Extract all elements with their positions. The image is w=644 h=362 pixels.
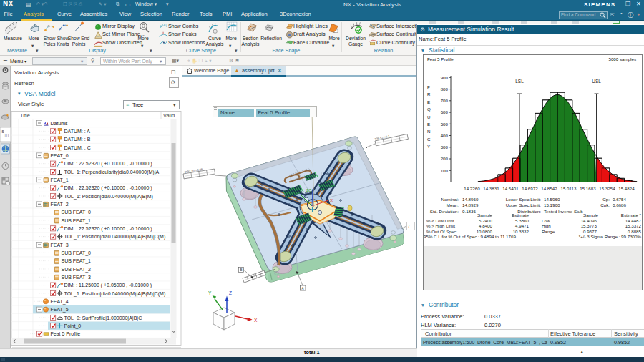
svg-text:400: 400 [441,133,449,138]
svg-text:FEAT_2: FEAT_2 [51,202,69,207]
svg-text:TOL_1: Position|dia0.040000(M): TOL_1: Position|dia0.040000(M)|A|B(M) [64,194,153,200]
svg-text:14.4096: 14.4096 [581,218,597,223]
svg-text:Cpk:: Cpk: [600,202,610,207]
svg-text:4.9471: 4.9471 [515,223,529,228]
svg-text:SUB FEAT_0: SUB FEAT_0 [62,210,92,215]
svg-text:15.3372: 15.3372 [625,223,642,228]
svg-text:14.2260: 14.2260 [464,186,480,191]
svg-text:15.4824: 15.4824 [618,186,635,191]
svg-text:DIM: : 11.25000 ( +0.05000 , -: DIM: : 11.25000 ( +0.05000 , -0.01000 ) [64,283,152,288]
svg-text:Lower Spec Limit:: Lower Spec Limit: [506,197,541,202]
svg-text:SUB FEAT_1: SUB FEAT_1 [62,258,92,264]
svg-text:TOL_0: SurfProfile|1.000000|A|: TOL_0: SurfProfile|1.000000|A|B|C [64,315,142,321]
svg-text:LSL: LSL [515,79,524,84]
svg-text:700: 700 [441,98,449,103]
svg-text:10.0800: 10.0800 [477,229,493,234]
svg-text:Range: Range [542,229,555,234]
svg-text:500: 500 [441,122,449,127]
svg-text:SUB FEAT_3: SUB FEAT_3 [62,275,92,280]
svg-text:0.8885: 0.8885 [628,229,641,234]
svg-text:300: 300 [441,145,449,150]
svg-text:FEAT_1: FEAT_1 [51,177,69,183]
svg-text:10.3332: 10.3332 [513,229,530,234]
svg-text:Sample: Sample [477,212,493,217]
svg-text:*+/- 3 Sigma Range : 99.7300%: *+/- 3 Sigma Range : 99.7300% [579,234,642,239]
svg-text:100: 100 [441,168,449,173]
svg-text:DATUM: : B: DATUM: : B [64,137,91,142]
svg-text:15.3773: 15.3773 [581,223,597,228]
svg-text:FEAT_5: FEAT_5 [51,307,69,313]
svg-text:15.1683: 15.1683 [580,186,596,191]
svg-text:4.8400: 4.8400 [479,223,492,228]
svg-text:0.6686: 0.6686 [613,202,626,207]
svg-text:14.5401: 14.5401 [502,186,519,191]
svg-text:Mean:: Mean: [447,202,459,207]
svg-text:% > High Limit: % > High Limit [426,223,455,228]
svg-text:0.9677: 0.9677 [583,229,597,234]
svg-text:X: X [330,198,333,202]
svg-text:5.2400: 5.2400 [479,218,492,223]
svg-text:Nominal:: Nominal: [441,197,459,202]
svg-text:200: 200 [441,156,449,161]
svg-text:15.1960: 15.1960 [544,202,560,207]
svg-text:◫: ◫ [5,133,9,137]
svg-text:% < Low Limit: % < Low Limit [426,218,454,223]
svg-text:TOL_1: Position|dia0.040000(M): TOL_1: Position|dia0.040000(M)|A|B(M)|C(… [64,234,166,240]
svg-text:Estimate *: Estimate * [621,212,642,217]
svg-text:FEAT_3: FEAT_3 [51,243,69,248]
svg-text:High: High [542,223,551,228]
svg-text:5.3860: 5.3860 [515,218,529,223]
svg-text:0.6754: 0.6754 [613,197,626,202]
svg-text:ZC: ZC [306,188,311,192]
svg-text:B: B [240,268,243,272]
svg-text:14.4487: 14.4487 [625,218,642,223]
svg-text:14.5960: 14.5960 [544,197,560,202]
svg-text:Cp:: Cp: [602,197,610,202]
svg-text:Title: Title [20,112,30,119]
svg-text:Upper Spec Limit:: Upper Spec Limit: [506,202,541,207]
svg-text:USL: USL [592,79,601,84]
svg-text:C: C [427,137,431,142]
svg-text:N: N [427,129,430,134]
svg-text:DIM: : 22.52320 ( +0.10000 , -: DIM: : 22.52320 ( +0.10000 , -0.10000 ) [64,185,152,191]
svg-text:DIM: : 22.52320 ( +0.10000 , -: DIM: : 22.52320 ( +0.10000 , -0.10000 ) [64,226,152,232]
svg-text:R: R [427,92,431,97]
svg-text:Y: Y [208,290,212,295]
svg-text:5000 samples: 5000 samples [608,57,636,62]
svg-text:SUB FEAT_0: SUB FEAT_0 [62,250,92,256]
svg-text:DATUM: : C: DATUM: : C [64,145,91,150]
svg-text:Feat 5 Profile: Feat 5 Profile [427,57,454,62]
svg-text:14.8960: 14.8960 [462,197,479,202]
svg-text:E: E [427,122,430,127]
svg-text:TOL_1: Perpendicularity|dia0.0: TOL_1: Perpendicularity|dia0.040000(M)|A [64,170,160,175]
svg-text:Q: Q [427,107,431,112]
svg-text:Estimate: Estimate [512,212,530,217]
svg-text:14.8929: 14.8929 [462,202,479,207]
svg-text:900: 900 [441,75,449,80]
svg-text:14.8542: 14.8542 [541,186,557,191]
svg-text:Y: Y [427,144,430,149]
svg-text:0.1836: 0.1836 [462,209,476,214]
svg-text:DATUM: : A: DATUM: : A [64,129,91,134]
svg-text:X: X [254,318,258,323]
svg-text:Tested Inverse Stub: Tested Inverse Stub [544,209,583,214]
svg-text:15.3254: 15.3254 [599,186,615,191]
svg-text:A: A [302,287,304,290]
svg-text:600: 600 [441,109,449,114]
svg-text:SUB FEAT_2: SUB FEAT_2 [62,267,92,273]
svg-text:U: U [427,114,430,119]
svg-text:Low: Low [542,218,550,223]
svg-text:TOL_1: Position|dia0.040000(M): TOL_1: Position|dia0.040000(M)|A|B(M)|C(… [64,291,166,297]
svg-text:Feat 5 Profile: Feat 5 Profile [51,331,81,336]
svg-text:Datums: Datums [51,121,69,126]
svg-text:14.3831: 14.3831 [483,186,499,191]
svg-text:Std. Deviation:: Std. Deviation: [430,209,459,214]
svg-text:95% C.I. for % Out of Spec :: 95% C.I. for % Out of Spec : 9.4894 to 1… [424,234,516,239]
svg-text:Point_0: Point_0 [64,323,82,329]
svg-text:DIM: : 22.52320 ( +0.10000 , -: DIM: : 22.52320 ( +0.10000 , -0.10000 ) [64,161,152,167]
svg-text:FEAT_4: FEAT_4 [51,299,69,305]
svg-text:SUB FEAT_1: SUB FEAT_1 [62,218,92,224]
svg-text:E: E [427,99,430,104]
svg-text:F: F [427,84,430,89]
svg-text:% Out Of Spec: % Out Of Spec [426,229,456,234]
